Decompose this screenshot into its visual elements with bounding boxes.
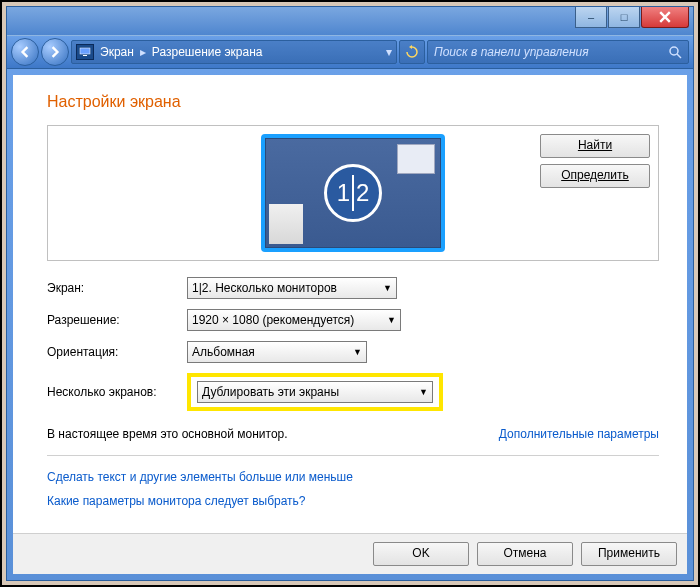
find-button[interactable]: Найти [540,134,650,158]
search-input[interactable]: Поиск в панели управления [427,40,689,64]
chevron-down-icon[interactable]: ▾ [386,45,392,59]
multi-display-select[interactable]: Дублировать эти экраны ▼ [197,381,433,403]
apply-button[interactable]: Применить [581,542,677,566]
multi-display-value: Дублировать эти экраны [202,385,339,399]
chevron-down-icon: ▼ [383,283,392,293]
chevron-right-icon: ▸ [140,45,146,59]
content: Настройки экрана 1 2 Найти Определить [13,75,687,574]
resolution-value: 1920 × 1080 (рекомендуется) [192,313,354,327]
page-title: Настройки экрана [47,93,659,111]
svg-rect-0 [80,48,90,54]
orientation-select[interactable]: Альбомная ▼ [187,341,367,363]
monitor-icon [76,44,94,60]
arrow-right-icon [49,46,61,58]
screen-select[interactable]: 1|2. Несколько мониторов ▼ [187,277,397,299]
divider-icon [352,175,354,211]
search-placeholder: Поиск в панели управления [434,45,589,59]
monitor-id-1: 1 [337,179,350,207]
arrow-left-icon [19,46,31,58]
monitor-preview-box: 1 2 Найти Определить [47,125,659,261]
multi-display-label: Несколько экранов: [47,385,187,399]
forward-button[interactable] [41,38,69,66]
orientation-label: Ориентация: [47,345,187,359]
monitor-thumbnail[interactable]: 1 2 [261,134,445,252]
taskbar-thumbnail-icon [269,204,303,244]
svg-point-2 [670,47,678,55]
titlebar: – □ [7,7,693,35]
chevron-down-icon: ▼ [387,315,396,325]
monitor-id-badge: 1 2 [324,164,382,222]
resolution-select[interactable]: 1920 × 1080 (рекомендуется) ▼ [187,309,401,331]
chevron-down-icon: ▼ [419,387,428,397]
window-thumbnail-icon [397,144,435,174]
chevron-down-icon: ▼ [353,347,362,357]
refresh-icon [405,45,419,59]
orientation-value: Альбомная [192,345,255,359]
close-button[interactable] [641,7,689,28]
monitor-id-2: 2 [356,179,369,207]
address-bar[interactable]: Экран ▸ Разрешение экрана ▾ [71,40,397,64]
primary-monitor-text: В настоящее время это основной монитор. [47,427,288,441]
footer: OK Отмена Применить [13,533,687,574]
content-frame: Настройки экрана 1 2 Найти Определить [7,69,693,580]
detect-button[interactable]: Определить [540,164,650,188]
svg-rect-1 [83,55,87,56]
settings-form: Экран: 1|2. Несколько мониторов ▼ Разреш… [47,277,659,411]
maximize-button[interactable]: □ [608,7,640,28]
screen-value: 1|2. Несколько мониторов [192,281,337,295]
advanced-settings-link[interactable]: Дополнительные параметры [499,427,659,441]
back-button[interactable] [11,38,39,66]
window: – □ Экран ▸ Разрешение экрана ▾ Поиск в … [6,6,694,581]
help-link[interactable]: Какие параметры монитора следует выбрать… [47,494,659,508]
primary-monitor-note: В настоящее время это основной монитор. … [47,427,659,441]
cancel-button[interactable]: Отмена [477,542,573,566]
refresh-button[interactable] [399,40,425,64]
breadcrumb-item[interactable]: Экран [100,45,134,59]
text-size-link[interactable]: Сделать текст и другие элементы больше и… [47,470,659,484]
resolution-label: Разрешение: [47,313,187,327]
navbar: Экран ▸ Разрешение экрана ▾ Поиск в пане… [7,35,693,69]
svg-line-3 [677,54,681,58]
breadcrumb-item[interactable]: Разрешение экрана [152,45,263,59]
screen-label: Экран: [47,281,187,295]
search-icon [668,45,682,59]
close-icon [659,11,671,23]
minimize-button[interactable]: – [575,7,607,28]
highlight-box: Дублировать эти экраны ▼ [187,373,443,411]
ok-button[interactable]: OK [373,542,469,566]
separator [47,455,659,456]
